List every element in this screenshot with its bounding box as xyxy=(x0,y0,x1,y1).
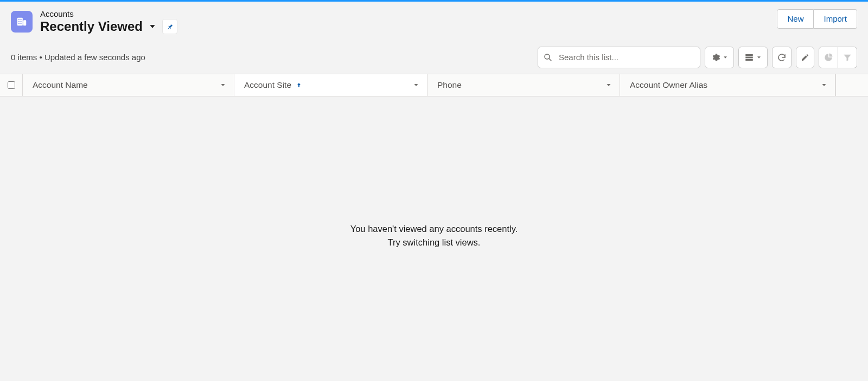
svg-rect-0 xyxy=(17,18,23,26)
search-icon xyxy=(543,53,553,62)
column-label: Account Name xyxy=(33,80,88,90)
svg-rect-10 xyxy=(745,54,753,56)
empty-state: You haven't viewed any accounts recently… xyxy=(0,96,868,381)
column-menu-trigger[interactable] xyxy=(819,74,829,96)
filter-button[interactable] xyxy=(838,47,857,68)
chevron-down-icon xyxy=(723,55,728,60)
column-menu-trigger[interactable] xyxy=(218,74,228,96)
chart-button[interactable] xyxy=(819,47,838,68)
column-menu-trigger[interactable] xyxy=(411,74,422,96)
column-label: Account Site xyxy=(244,80,291,90)
column-header-phone[interactable]: Phone xyxy=(427,74,620,96)
arrow-up-icon xyxy=(296,82,302,88)
inline-edit-button[interactable] xyxy=(796,47,814,68)
empty-line-1: You haven't viewed any accounts recently… xyxy=(350,224,518,234)
page-actions: New Import xyxy=(777,9,857,29)
list-search-input[interactable] xyxy=(538,47,700,68)
table-header-row: Account Name Account Site Phone Accoun xyxy=(0,74,868,96)
svg-line-9 xyxy=(549,59,551,61)
column-header-account-site[interactable]: Account Site xyxy=(234,74,427,96)
import-button[interactable]: Import xyxy=(814,9,857,29)
filter-icon xyxy=(843,53,852,62)
gear-icon xyxy=(711,53,720,62)
svg-point-8 xyxy=(545,54,550,59)
display-as-button[interactable] xyxy=(738,47,768,68)
list-view-switcher[interactable]: Recently Viewed xyxy=(40,19,157,35)
list-meta: 0 items • Updated a few seconds ago xyxy=(11,53,145,62)
column-header-actions xyxy=(835,74,868,96)
svg-rect-4 xyxy=(18,21,20,22)
column-label: Account Owner Alias xyxy=(630,80,707,90)
chevron-down-icon xyxy=(756,55,762,60)
chart-icon xyxy=(824,53,833,62)
pin-icon xyxy=(166,23,174,30)
new-button[interactable]: New xyxy=(777,9,814,29)
svg-rect-5 xyxy=(21,21,22,22)
column-header-account-owner-alias[interactable]: Account Owner Alias xyxy=(620,74,835,96)
svg-rect-1 xyxy=(23,21,27,26)
svg-rect-6 xyxy=(18,23,20,24)
object-label: Accounts xyxy=(40,9,177,19)
edit-icon xyxy=(801,53,809,62)
empty-line-2: Try switching list views. xyxy=(388,237,481,248)
chevron-down-icon xyxy=(148,22,157,31)
svg-rect-11 xyxy=(745,56,753,58)
column-menu-trigger[interactable] xyxy=(603,74,614,96)
svg-rect-3 xyxy=(21,19,22,20)
column-label: Phone xyxy=(437,80,462,90)
svg-rect-2 xyxy=(18,19,20,20)
svg-rect-7 xyxy=(21,23,22,24)
table-display-icon xyxy=(744,53,754,62)
refresh-button[interactable] xyxy=(772,47,792,68)
select-all-cell xyxy=(0,74,23,96)
list-view-controls-button[interactable] xyxy=(705,47,734,68)
refresh-icon xyxy=(777,53,787,62)
column-header-account-name[interactable]: Account Name xyxy=(23,74,234,96)
svg-rect-12 xyxy=(745,59,753,61)
list-view-name: Recently Viewed xyxy=(40,19,143,35)
pin-list-button[interactable] xyxy=(162,19,177,34)
account-icon xyxy=(11,11,33,33)
select-all-checkbox[interactable] xyxy=(8,81,15,89)
